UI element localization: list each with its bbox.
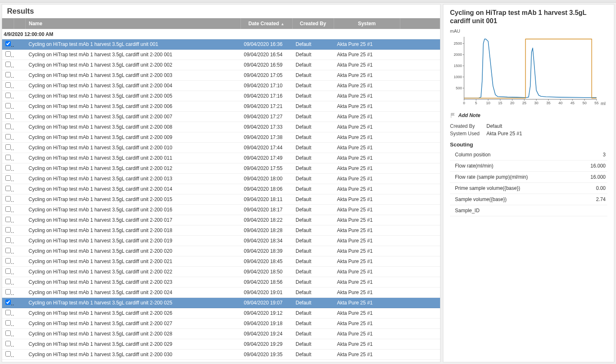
col-createdby-header[interactable]: Created By (292, 18, 334, 29)
row-checkbox[interactable] (5, 72, 11, 77)
row-checkbox[interactable] (5, 124, 11, 129)
add-note-button[interactable]: Add Note (450, 113, 607, 118)
row-checkbox[interactable] (5, 103, 11, 108)
row-checkbox[interactable] (5, 237, 11, 243)
table-row[interactable]: Cycling on HiTrap test mAb 1 harvest 3.5… (2, 298, 440, 308)
row-checkbox[interactable] (5, 134, 11, 139)
table-row[interactable]: Cycling on HiTrap test mAb 1 harvest 3.5… (2, 350, 440, 360)
table-row[interactable]: Cycling on HiTrap test mAb 1 harvest 3.5… (2, 132, 440, 143)
row-system: Akta Pure 25 #1 (334, 101, 400, 112)
row-pad (400, 246, 440, 256)
table-row[interactable]: Cycling on HiTrap test mAb 1 harvest 3.5… (2, 246, 440, 256)
group-header-row[interactable]: 4/9/2020 12:00:00 AM (2, 29, 440, 39)
row-name: Cycling on HiTrap test mAb 1 harvest 3.5… (25, 318, 241, 329)
row-checkbox[interactable] (5, 165, 11, 170)
row-checkbox[interactable] (5, 227, 11, 232)
row-checkbox[interactable] (5, 144, 11, 150)
table-row[interactable]: Cycling on HiTrap test mAb 1 harvest 3.5… (2, 205, 440, 215)
row-system: Akta Pure 25 #1 (334, 91, 400, 101)
col-date-header[interactable]: Date Created▲ (241, 18, 292, 29)
results-table-scroll[interactable]: Name Date Created▲ Created By System 4/9… (2, 18, 440, 362)
row-system: Akta Pure 25 #1 (334, 194, 400, 205)
svg-text:50: 50 (582, 101, 587, 105)
table-row[interactable]: Cycling on HiTrap test mAb 1 harvest 3.5… (2, 143, 440, 153)
row-date: 09/04/2020 18:45 (241, 256, 292, 267)
table-row[interactable]: Cycling on HiTrap test mAb 1 harvest 3.5… (2, 225, 440, 236)
row-pad (400, 298, 440, 308)
table-row[interactable]: Cycling on HiTrap test mAb 1 harvest 3.5… (2, 112, 440, 122)
row-checkbox[interactable] (5, 248, 11, 253)
row-checkbox[interactable] (5, 113, 11, 119)
row-name: Cycling on HiTrap test mAb 1 harvest 3.5… (25, 101, 241, 112)
row-checkbox[interactable] (5, 155, 11, 160)
row-checkbox[interactable] (5, 330, 11, 336)
row-system: Akta Pure 25 #1 (334, 205, 400, 215)
row-checkbox[interactable] (5, 320, 11, 326)
row-flag-cell (14, 163, 25, 174)
table-row[interactable]: Cycling on HiTrap test mAb 1 harvest 3.5… (2, 174, 440, 184)
row-flag-cell (14, 287, 25, 298)
table-row[interactable]: Cycling on HiTrap test mAb 1 harvest 3.5… (2, 329, 440, 339)
table-row[interactable]: Cycling on HiTrap test mAb 1 harvest 3.5… (2, 215, 440, 225)
table-row[interactable]: Cycling on HiTrap test mAb 1 harvest 3.5… (2, 39, 440, 50)
table-row[interactable]: Cycling on HiTrap test mAb 1 harvest 3.5… (2, 122, 440, 132)
table-row[interactable]: Cycling on HiTrap test mAb 1 harvest 3.5… (2, 163, 440, 174)
table-row[interactable]: Cycling on HiTrap test mAb 1 harvest 3.5… (2, 236, 440, 246)
row-user: Default (292, 267, 334, 277)
row-date: 09/04/2020 17:44 (241, 143, 292, 153)
table-row[interactable]: Cycling on HiTrap test mAb 1 harvest 3.5… (2, 50, 440, 60)
row-system: Akta Pure 25 #1 (334, 246, 400, 256)
row-checkbox[interactable] (5, 299, 11, 305)
table-row[interactable]: Cycling on HiTrap test mAb 1 harvest 3.5… (2, 153, 440, 163)
row-checkbox[interactable] (5, 206, 11, 212)
table-row[interactable]: Cycling on HiTrap test mAb 1 harvest 3.5… (2, 256, 440, 267)
row-name: Cycling on HiTrap test mAb 1 harvest 3.5… (25, 298, 241, 308)
row-flag-cell (14, 153, 25, 163)
row-checkbox[interactable] (5, 289, 11, 295)
row-checkbox[interactable] (5, 196, 11, 201)
col-system-header[interactable]: System (334, 18, 400, 29)
row-flag-cell (14, 205, 25, 215)
row-checkbox[interactable] (5, 279, 11, 284)
table-row[interactable]: Cycling on HiTrap test mAb 1 harvest 3.5… (2, 91, 440, 101)
row-checkbox[interactable] (5, 51, 11, 57)
results-table: Name Date Created▲ Created By System 4/9… (2, 18, 440, 360)
row-checkbox[interactable] (5, 93, 11, 98)
row-pad (400, 163, 440, 174)
row-flag-cell (14, 267, 25, 277)
table-row[interactable]: Cycling on HiTrap test mAb 1 harvest 3.5… (2, 318, 440, 329)
table-row[interactable]: Cycling on HiTrap test mAb 1 harvest 3.5… (2, 194, 440, 205)
table-row[interactable]: Cycling on HiTrap test mAb 1 harvest 3.5… (2, 184, 440, 194)
row-checkbox[interactable] (5, 41, 11, 46)
table-row[interactable]: Cycling on HiTrap test mAb 1 harvest 3.5… (2, 287, 440, 298)
row-checkbox[interactable] (5, 341, 11, 346)
row-checkbox[interactable] (5, 268, 11, 274)
col-name-header[interactable]: Name (25, 18, 241, 29)
row-system: Akta Pure 25 #1 (334, 329, 400, 339)
row-checkbox[interactable] (5, 258, 11, 263)
row-checkbox[interactable] (5, 351, 11, 357)
table-row[interactable]: Cycling on HiTrap test mAb 1 harvest 3.5… (2, 70, 440, 81)
row-pad (400, 81, 440, 91)
table-row[interactable]: Cycling on HiTrap test mAb 1 harvest 3.5… (2, 81, 440, 91)
col-checkbox-header[interactable] (2, 18, 14, 29)
row-date: 09/04/2020 18:11 (241, 194, 292, 205)
table-row[interactable]: Cycling on HiTrap test mAb 1 harvest 3.5… (2, 339, 440, 350)
table-row[interactable]: Cycling on HiTrap test mAb 1 harvest 3.5… (2, 101, 440, 112)
row-checkbox[interactable] (5, 186, 11, 191)
table-row[interactable]: Cycling on HiTrap test mAb 1 harvest 3.5… (2, 60, 440, 70)
table-row[interactable]: Cycling on HiTrap test mAb 1 harvest 3.5… (2, 267, 440, 277)
row-flag-cell (14, 246, 25, 256)
table-row[interactable]: Cycling on HiTrap test mAb 1 harvest 3.5… (2, 308, 440, 318)
row-checkbox[interactable] (5, 82, 11, 88)
row-date: 09/04/2020 18:34 (241, 236, 292, 246)
row-checkbox[interactable] (5, 310, 11, 315)
table-row[interactable]: Cycling on HiTrap test mAb 1 harvest 3.5… (2, 277, 440, 287)
svg-text:15: 15 (498, 101, 502, 105)
row-checkbox[interactable] (5, 175, 11, 181)
row-date: 09/04/2020 17:16 (241, 91, 292, 101)
col-flag-header[interactable] (14, 18, 25, 29)
row-date: 09/04/2020 18:17 (241, 205, 292, 215)
row-checkbox[interactable] (5, 62, 11, 67)
row-checkbox[interactable] (5, 217, 11, 222)
